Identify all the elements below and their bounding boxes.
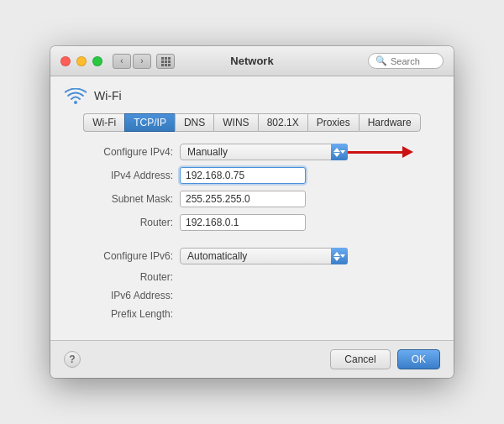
arrow-head-icon [402,146,413,158]
tab-tcpip[interactable]: TCP/IP [124,113,175,132]
router-input[interactable] [180,214,306,231]
wifi-label: Wi-Fi [94,89,122,102]
ipv6-address-row: IPv6 Address: [72,290,432,301]
ipv4-address-input[interactable] [180,167,306,184]
bottom-bar: ? Cancel OK [50,340,454,378]
svg-rect-8 [168,64,171,66]
arrow-line [348,151,402,154]
router-row: Router: [72,214,432,231]
tab-dns[interactable]: DNS [175,113,213,132]
titlebar: ‹ › Network 🔍 [50,46,454,76]
svg-rect-7 [165,64,167,66]
search-icon: 🔍 [375,55,387,66]
ipv6-address-label: IPv6 Address: [72,290,173,301]
tab-wifi[interactable]: Wi-Fi [83,113,124,132]
subnet-mask-row: Subnet Mask: [72,191,432,207]
svg-point-9 [74,101,77,104]
svg-rect-2 [168,57,171,60]
ipv4-address-label: IPv4 Address: [72,170,173,181]
search-box[interactable]: 🔍 [368,53,444,69]
ipv4-address-row: IPv4 Address: [72,167,432,184]
svg-rect-3 [161,60,164,63]
configure-ipv6-row: Configure IPv6: Automatically Manually O… [72,248,432,264]
forward-button[interactable]: › [133,54,151,69]
action-buttons: Cancel OK [330,349,440,369]
wifi-icon [64,86,87,105]
prefix-length-label: Prefix Length: [72,308,173,320]
back-button[interactable]: ‹ [113,54,131,69]
svg-rect-6 [161,64,164,66]
cancel-button[interactable]: Cancel [330,349,390,369]
tab-8021x[interactable]: 802.1X [258,113,307,132]
configure-ipv4-select[interactable]: Manually Using DHCP Using DHCP with manu… [180,144,348,160]
svg-rect-1 [165,57,167,60]
tab-wins[interactable]: WINS [213,113,257,132]
configure-ipv4-label: Configure IPv4: [72,146,173,158]
svg-rect-5 [168,60,171,63]
traffic-lights [60,56,102,66]
close-button[interactable] [60,56,71,66]
configure-ipv6-select-wrapper: Automatically Manually Off [180,248,348,264]
configure-ipv6-select[interactable]: Automatically Manually Off [180,248,348,264]
arrow-annotation [348,146,413,158]
minimize-button[interactable] [76,56,87,66]
help-button[interactable]: ? [64,351,81,368]
wifi-header: Wi-Fi [64,86,440,105]
window-title: Network [230,55,273,67]
tab-proxies[interactable]: Proxies [307,113,359,132]
ipv6-router-row: Router: [72,271,432,283]
network-window: ‹ › Network 🔍 [50,46,454,378]
tab-hardware[interactable]: Hardware [359,113,421,132]
svg-rect-0 [161,57,164,60]
nav-buttons: ‹ › [113,54,151,69]
content-area: Wi-Fi Wi-Fi TCP/IP DNS WINS 802.1X Proxi… [50,76,454,340]
ipv6-router-label: Router: [72,271,173,283]
subnet-mask-input[interactable] [180,191,306,207]
maximize-button[interactable] [92,56,102,66]
separator [72,238,432,248]
grid-button[interactable] [156,54,175,69]
subnet-mask-label: Subnet Mask: [72,193,173,205]
search-input[interactable] [391,56,437,66]
svg-rect-4 [165,60,167,63]
router-label: Router: [72,217,173,228]
tcp-ip-form: Configure IPv4: Manually Using DHCP Usin… [64,144,440,320]
tab-bar: Wi-Fi TCP/IP DNS WINS 802.1X Proxies Har… [64,113,440,132]
configure-ipv4-select-wrapper: Manually Using DHCP Using DHCP with manu… [180,144,348,160]
configure-ipv6-label: Configure IPv6: [72,250,173,262]
prefix-length-row: Prefix Length: [72,308,432,320]
ok-button[interactable]: OK [397,349,440,369]
configure-ipv4-row: Configure IPv4: Manually Using DHCP Usin… [72,144,432,160]
